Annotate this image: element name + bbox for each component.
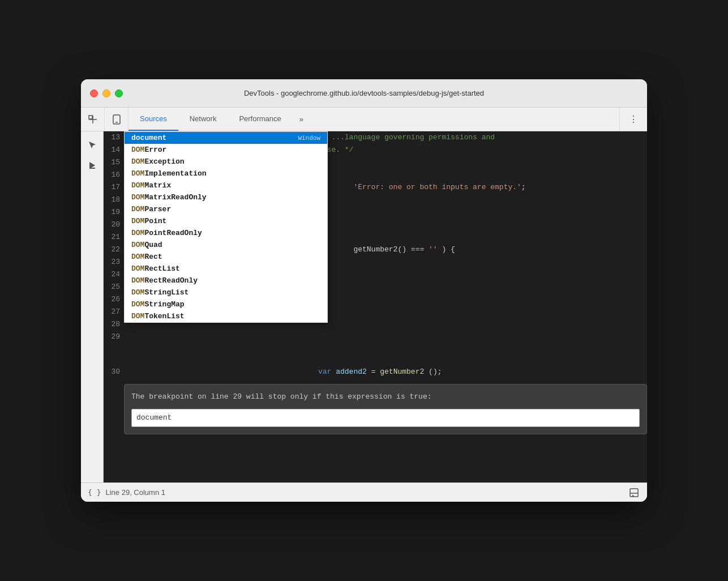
mobile-icon[interactable]: [105, 108, 129, 131]
tab-bar: Sources Network Performance »: [129, 108, 619, 131]
console-toggle-button[interactable]: [628, 486, 640, 499]
traffic-lights: [90, 89, 123, 97]
autocomplete-item-domquad[interactable]: DOMQuad: [125, 239, 327, 251]
breakpoint-tooltip-text: The breakpoint on line 29 will stop only…: [131, 391, 640, 403]
devtools-window: DevTools - googlechrome.github.io/devtoo…: [81, 79, 647, 502]
window-title: DevTools - googlechrome.github.io/devtoo…: [244, 89, 484, 97]
svg-rect-7: [630, 489, 638, 497]
autocomplete-item-dommatrixreadonly[interactable]: DOMMatrixReadOnly: [125, 191, 327, 203]
autocomplete-item-domstringmap[interactable]: DOMStringMap: [125, 298, 327, 310]
sidebar-icons: [81, 131, 104, 482]
breakpoint-tooltip: The breakpoint on line 29 will stop only…: [124, 384, 647, 434]
tab-network[interactable]: Network: [178, 108, 228, 131]
statusbar-left: { } Line 29, Column 1: [88, 488, 165, 497]
maximize-button[interactable]: [115, 89, 123, 97]
cursor-position: Line 29, Column 1: [105, 488, 165, 497]
breakpoint-input-container: [131, 409, 640, 427]
autocomplete-item-domrectlist[interactable]: DOMRectList: [125, 263, 327, 275]
svg-rect-6: [89, 168, 95, 169]
autocomplete-item-document[interactable]: document Window: [125, 132, 327, 144]
autocomplete-item-domtokenlist[interactable]: DOMTokenList: [125, 310, 327, 322]
code-line-30: 30 var addend2 = getNumber2 ();: [104, 366, 647, 378]
autocomplete-item-domrect[interactable]: DOMRect: [125, 251, 327, 263]
close-button[interactable]: [90, 89, 98, 97]
svg-rect-0: [89, 116, 92, 119]
autocomplete-item-dompointreadonly[interactable]: DOMPointReadOnly: [125, 227, 327, 239]
minimize-button[interactable]: [102, 89, 110, 97]
code-line-29: 29: [104, 331, 647, 343]
autocomplete-dropdown: document Window DOMError DOMException DO…: [124, 131, 328, 323]
tab-sources[interactable]: Sources: [129, 108, 178, 131]
toolbar-end: ⋮: [619, 108, 647, 131]
code-area: document Window DOMError DOMException DO…: [104, 131, 647, 482]
tab-more-button[interactable]: »: [293, 108, 310, 131]
autocomplete-item-domexception[interactable]: DOMException: [125, 156, 327, 168]
autocomplete-item-domrectreadonly[interactable]: DOMRectReadOnly: [125, 275, 327, 287]
format-button[interactable]: { }: [88, 488, 101, 497]
breakpoint-condition-input[interactable]: [136, 413, 635, 422]
titlebar: DevTools - googlechrome.github.io/devtoo…: [81, 79, 647, 108]
autocomplete-item-domparser[interactable]: DOMParser: [125, 203, 327, 215]
autocomplete-item-domerror[interactable]: DOMError: [125, 144, 327, 156]
resume-icon[interactable]: [83, 156, 101, 174]
inspector-icon[interactable]: [81, 108, 105, 131]
more-options-button[interactable]: ⋮: [627, 113, 640, 126]
autocomplete-item-domimplementation[interactable]: DOMImplementation: [125, 168, 327, 180]
tab-performance[interactable]: Performance: [228, 108, 292, 131]
statusbar: { } Line 29, Column 1: [81, 482, 647, 502]
cursor-icon[interactable]: [83, 136, 101, 154]
main-content: document Window DOMError DOMException DO…: [81, 131, 647, 482]
toolbar: Sources Network Performance » ⋮: [81, 108, 647, 131]
autocomplete-item-dommatrix[interactable]: DOMMatrix: [125, 180, 327, 191]
autocomplete-item-domstringlist[interactable]: DOMStringList: [125, 287, 327, 298]
autocomplete-item-dompoint[interactable]: DOMPoint: [125, 215, 327, 227]
